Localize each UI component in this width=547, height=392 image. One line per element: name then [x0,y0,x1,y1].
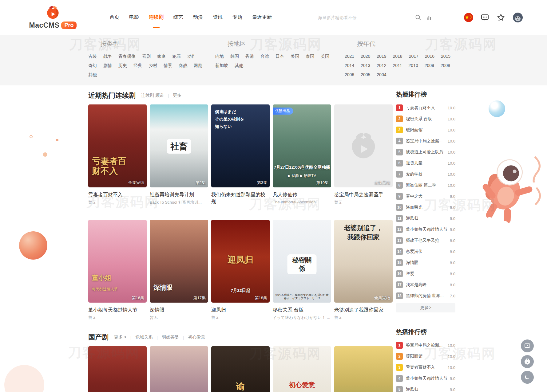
filter-tag[interactable]: 2019 [377,52,386,61]
nav-item-电影[interactable]: 电影 [129,12,139,23]
video-title[interactable]: 凡人修仙传 [273,191,331,198]
rank-item[interactable]: 16逆爱8.0 [396,268,455,279]
filter-tag[interactable]: 犯罪 [172,52,181,61]
filter-tag[interactable]: 古装 [88,52,97,61]
filter-tag[interactable]: 其他 [88,70,97,79]
filter-tag[interactable]: 动作 [187,52,196,61]
search-input[interactable] [318,15,410,20]
video-title[interactable]: 我们仍未知道那颗星的校规 [211,191,270,205]
rank-item[interactable]: 12董小姐每天都过情人节9.0 [396,224,455,235]
filter-tag[interactable]: 2006 [345,70,354,79]
filter-tag[interactable]: 奇幻 [88,61,97,70]
video-title[interactable]: 董小姐每天都过情人节 [88,307,147,313]
filter-tag[interactable]: 2014 [345,61,354,70]
filter-tag[interactable]: 2017 [409,52,418,61]
rank-item[interactable]: 13摄政王他又争又抢8.0 [396,235,455,246]
filter-tag[interactable]: 2009 [425,61,434,70]
filter-tag[interactable]: 2008 [441,61,450,70]
user-avatar[interactable] [513,12,523,23]
dark-mode-moon-button[interactable] [521,371,534,384]
filter-tag[interactable]: 2013 [361,61,370,70]
video-title[interactable]: 鉴宝局中局之捡漏圣手 [334,191,393,198]
video-card[interactable]: 7月27日12:00起 优酷全网独播▶ 优酷 ▶ 酷喵TV优酷出品第10集凡人修… [273,104,331,212]
filter-tag[interactable]: 历史 [118,61,127,70]
nav-item-专题[interactable]: 专题 [232,12,242,23]
filter-tag[interactable]: 经典 [133,61,142,70]
nav-item-动漫[interactable]: 动漫 [193,12,203,23]
filter-tag[interactable]: 韩国 [230,52,239,61]
filter-tag[interactable]: 内地 [215,52,224,61]
rank-item[interactable]: 18黑律师的痴情 世界...7.0 [396,290,455,301]
ranking-chart-icon[interactable] [426,15,432,20]
filter-tag[interactable]: 商战 [179,61,187,70]
filter-tag[interactable]: 2015 [441,52,450,61]
video-card[interactable]: 初心爱意 [273,346,331,392]
filter-tag[interactable]: 网剧 [194,61,202,70]
filter-tag[interactable]: 日本 [275,52,284,61]
filter-tag[interactable]: 2010 [409,61,418,70]
rank-item[interactable]: 1亏妻者百财不入10.0 [396,102,455,113]
filter-tag[interactable]: 2005 [361,70,370,79]
filter-tag[interactable]: 新加坡 [215,61,228,70]
filter-tag[interactable]: 2020 [361,52,370,61]
site-logo[interactable]: MacCMS Pro [30,6,76,29]
nav-item-综艺[interactable]: 综艺 [173,12,183,23]
filter-tag[interactable]: 台湾 [260,52,269,61]
video-card[interactable]: 老婆别追了，我跟你回家全集完结老婆别追了我跟你回家暂无 [334,220,393,320]
favorites-star-icon[interactable] [497,13,505,22]
video-card[interactable]: 谕心 [211,346,270,392]
video-card[interactable]: 亏妻者百财不入全集完结亏妻者百财不入暂无 [88,104,147,212]
filter-tag[interactable]: 香港 [245,52,254,61]
video-card[interactable]: 迎凤归7月22日起第18集迎凤归暂无 [211,220,270,320]
section-link[interactable]: 明媒善娶 [162,335,179,340]
filter-tag[interactable]: 情景 [164,61,172,70]
section-link[interactable]: 更多 > [114,335,126,340]
rank-item[interactable]: 15深情眼8.0 [396,257,455,268]
filter-tag[interactable]: 2011 [393,61,402,70]
rank-item[interactable]: 10浴血荣光9.0 [396,202,455,213]
rank-item[interactable]: 4鉴宝局中局之捡漏...10.0 [396,135,455,147]
rank-item[interactable]: 6退货儿童10.0 [396,158,455,169]
rank-item[interactable]: 2暖阳面馆10.0 [396,351,455,362]
rank-item[interactable]: 4董小姐每天都过情人节9.0 [396,373,455,384]
rank-item[interactable]: 7爱的学校10.0 [396,169,455,180]
rank-item[interactable]: 2秘密关系 台版10.0 [396,113,455,124]
filter-tag[interactable]: 2018 [393,52,402,61]
filter-tag[interactable]: 其他 [235,61,243,70]
nav-item-连续剧[interactable]: 连续剧 [149,12,164,23]
filter-tag[interactable]: 英国 [321,52,329,61]
filter-tag[interactable]: 家庭 [157,52,166,61]
section-link[interactable]: 更多 [173,93,181,98]
rank-item[interactable]: 3亏妻者百财不入10.0 [396,362,455,373]
filter-tag[interactable]: 乡村 [149,61,157,70]
rank-item[interactable]: 11迎凤归9.0 [396,213,455,224]
rank-item[interactable]: 5迎凤归9.0 [396,384,455,392]
filter-tag[interactable]: 泰国 [306,52,314,61]
section-link[interactable]: 危城关系 [135,335,153,340]
ranking-more-button[interactable]: 更多> [396,303,455,312]
section-link[interactable]: 连续剧 频道 [141,93,164,98]
video-title[interactable]: 老婆别追了我跟你回家 [334,307,393,313]
nav-item-首页[interactable]: 首页 [109,12,119,23]
filter-tag[interactable]: 战争 [103,52,112,61]
section-link[interactable]: 初心爱意 [188,335,205,340]
video-title[interactable]: 秘密关系 台版 [273,307,331,313]
filter-tag[interactable]: 剧情 [103,61,112,70]
video-title[interactable]: 亏妻者百财不入 [88,191,147,198]
language-flag-icon[interactable] [464,13,473,22]
filter-tag[interactable]: 2021 [345,52,354,61]
filter-tag[interactable]: 2012 [377,61,386,70]
rank-item[interactable]: 1鉴宝局中局之捡漏...10.0 [396,340,455,351]
rank-item[interactable]: 14恋爱潜伏8.0 [396,246,455,257]
video-card[interactable]: 亏妻者百财不入 [88,346,147,392]
filter-tag[interactable]: 2004 [377,70,386,79]
video-card[interactable]: 秘密關係揺れる感情と、繊細なすれ違いを描いた青春ボーイズラブストーリー!?秘密关… [273,220,331,320]
search-icon[interactable] [415,14,421,21]
filter-tag[interactable]: 青春偶像 [118,52,136,61]
video-card[interactable]: 深情眼第17集深情眼暂无 [150,220,208,320]
rank-item[interactable]: 17我本是高峰8.0 [396,279,455,290]
video-title[interactable]: 深情眼 [150,307,208,313]
video-title[interactable]: 迎凤归 [211,307,270,313]
video-card[interactable]: 僕達はまだその星の校則を知らない第3集我们仍未知道那颗星的校规 [211,104,270,212]
filter-tag[interactable]: 2016 [425,52,434,61]
